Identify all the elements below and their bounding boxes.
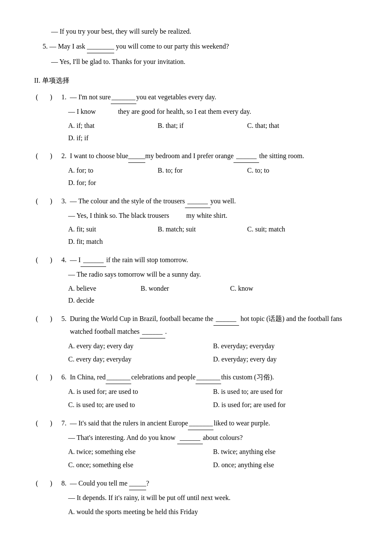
q8-paren: ( ) [34,477,60,490]
q5-paren: ( ) [34,313,60,325]
q1-line: ( ) 1. — I'm not sure_______you eat vege… [34,91,358,104]
q8-dialogue: — It depends. If it's rainy, it will be … [68,492,358,504]
q2-blank2: ______ [233,150,259,163]
q7-blank1: _______ [188,417,213,430]
q6-blank2: _______ [196,371,221,384]
q7-options: A. twice; something else B. twice; anyth… [68,446,358,471]
q7-paren: ( ) [34,417,60,430]
intro-line1: — If you try your best, they will surely… [51,26,358,38]
q6-options: A. is used for; are used to B. is used t… [68,386,358,411]
q6-line: ( ) 6. In China, red_______celebrations … [34,371,358,384]
question-6: ( ) 6. In China, red_______celebrations … [34,371,358,411]
q5-line: ( ) 5. During the World Cup in Brazil, f… [34,313,358,338]
q7-dialogue: — That's interesting. And do you know __… [68,432,358,445]
question-2: ( ) 2. I want to choose blue_____my bedr… [34,150,358,189]
q3-paren: ( ) [34,195,60,208]
question-4: ( ) 4. — I______if the rain will stop to… [34,254,358,307]
q3-blank1: ______ [185,195,210,208]
blank-q5: ________ [87,40,114,53]
q4-blank1: ______ [81,254,106,267]
section2-header: II. 单项选择 [34,75,358,87]
q1-options: A. if; that B. that; if C. that; that D.… [68,120,358,145]
q4-paren: ( ) [34,254,60,266]
q3-line: ( ) 3. — The colour and the style of the… [34,195,358,208]
q2-options: A. for; to B. to; for C. to; to D. for; … [68,165,358,189]
q8-blank1: _____ [129,477,146,490]
q4-options: A. believe B. wonder C. know D. decide [68,283,358,307]
q3-options: A. fit; suit B. match; suit C. suit; mat… [68,223,358,248]
q5-options: A. every day; every day B. everyday; eve… [68,340,358,366]
q8-line: ( ) 8. — Could you tell me _____? [34,477,358,490]
q6-blank1: _______ [106,371,131,384]
q5-blank1: ______ [213,313,239,326]
q2-blank1: _____ [128,150,145,163]
question-5: ( ) 5. During the World Cup in Brazil, f… [34,313,358,365]
q7-blank2: ______ [177,432,203,445]
question-1: ( ) 1. — I'm not sure_______you eat vege… [34,91,358,144]
intro-q5: 5. — May I ask ________ you will come to… [43,40,358,53]
question-8: ( ) 8. — Could you tell me _____? — It d… [34,477,358,518]
q3-dialogue: — Yes, I think so. The black trousers my… [68,210,358,222]
q6-paren: ( ) [34,371,60,384]
q2-line: ( ) 2. I want to choose blue_____my bedr… [34,150,358,163]
q2-paren: ( ) [34,150,60,162]
q4-line: ( ) 4. — I______if the rain will stop to… [34,254,358,267]
q1-blank1: _______ [111,91,136,104]
q7-line: ( ) 7. — It's said that the rulers in an… [34,417,358,430]
q1-paren: ( ) [34,91,60,104]
question-3: ( ) 3. — The colour and the style of the… [34,195,358,248]
q4-dialogue: — The radio says tomorrow will be a sunn… [68,269,358,281]
question-7: ( ) 7. — It's said that the rulers in an… [34,417,358,471]
q5-blank2: ______ [140,326,165,338]
q1-dialogue: — I know they are good for health, so I … [68,106,358,118]
q8-options: A. would the sports meeting be held this… [68,506,358,518]
intro-q5-ans: — Yes, I'll be glad to. Thanks for your … [51,56,358,68]
